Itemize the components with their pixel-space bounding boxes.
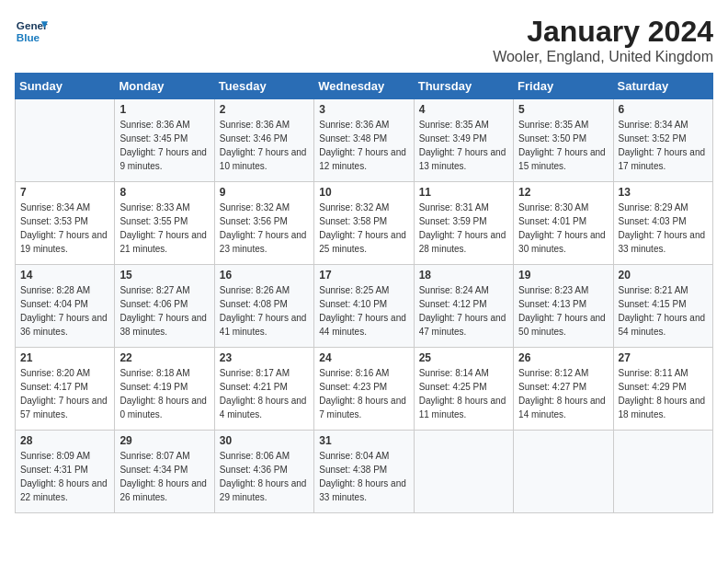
day-number: 14 <box>20 269 109 282</box>
calendar-header-row: SundayMondayTuesdayWednesdayThursdayFrid… <box>16 74 713 99</box>
cell-info: Sunrise: 8:33 AMSunset: 3:55 PMDaylight:… <box>119 201 209 256</box>
day-header-friday: Friday <box>514 74 613 99</box>
cell-info: Sunrise: 8:09 AMSunset: 4:31 PMDaylight:… <box>20 449 109 504</box>
calendar-cell: 21Sunrise: 8:20 AMSunset: 4:17 PMDayligh… <box>16 348 115 431</box>
day-number: 16 <box>220 269 309 282</box>
cell-info: Sunrise: 8:24 AMSunset: 4:12 PMDaylight:… <box>419 283 508 339</box>
cell-info: Sunrise: 8:14 AMSunset: 4:25 PMDaylight:… <box>419 366 508 421</box>
cell-info: Sunrise: 8:34 AMSunset: 3:53 PMDaylight:… <box>20 201 109 256</box>
cell-info: Sunrise: 8:23 AMSunset: 4:13 PMDaylight:… <box>518 283 608 339</box>
calendar-cell: 6Sunrise: 8:34 AMSunset: 3:52 PMDaylight… <box>613 99 712 182</box>
calendar-cell: 29Sunrise: 8:07 AMSunset: 4:34 PMDayligh… <box>115 431 214 513</box>
cell-info: Sunrise: 8:26 AMSunset: 4:08 PMDaylight:… <box>220 283 309 339</box>
cell-info: Sunrise: 8:20 AMSunset: 4:17 PMDaylight:… <box>20 366 109 421</box>
calendar-week-row: 7Sunrise: 8:34 AMSunset: 3:53 PMDaylight… <box>16 182 713 265</box>
day-number: 15 <box>119 269 209 282</box>
day-number: 2 <box>220 103 309 116</box>
day-header-thursday: Thursday <box>414 74 513 99</box>
calendar-cell: 5Sunrise: 8:35 AMSunset: 3:50 PMDaylight… <box>514 99 613 182</box>
svg-text:Blue: Blue <box>17 31 40 43</box>
cell-info: Sunrise: 8:29 AMSunset: 4:03 PMDaylight:… <box>619 201 708 256</box>
cell-info: Sunrise: 8:18 AMSunset: 4:19 PMDaylight:… <box>119 366 209 421</box>
calendar-cell: 15Sunrise: 8:27 AMSunset: 4:06 PMDayligh… <box>115 265 214 348</box>
day-number: 5 <box>518 103 608 116</box>
day-header-wednesday: Wednesday <box>314 74 414 99</box>
calendar-cell: 2Sunrise: 8:36 AMSunset: 3:46 PMDaylight… <box>214 99 313 182</box>
calendar-week-row: 1Sunrise: 8:36 AMSunset: 3:45 PMDaylight… <box>16 99 713 182</box>
day-number: 13 <box>619 186 708 199</box>
calendar-cell <box>613 431 712 513</box>
logo: General Blue <box>15 15 48 48</box>
day-number: 10 <box>319 186 408 199</box>
calendar-cell: 12Sunrise: 8:30 AMSunset: 4:01 PMDayligh… <box>514 182 613 265</box>
cell-info: Sunrise: 8:11 AMSunset: 4:29 PMDaylight:… <box>619 366 708 421</box>
calendar-body: 1Sunrise: 8:36 AMSunset: 3:45 PMDaylight… <box>16 99 713 513</box>
day-number: 1 <box>119 103 209 116</box>
calendar-cell: 23Sunrise: 8:17 AMSunset: 4:21 PMDayligh… <box>214 348 313 431</box>
calendar-cell: 7Sunrise: 8:34 AMSunset: 3:53 PMDaylight… <box>16 182 115 265</box>
calendar-cell: 1Sunrise: 8:36 AMSunset: 3:45 PMDaylight… <box>115 99 214 182</box>
title-block: January 2024 Wooler, England, United Kin… <box>493 15 713 65</box>
day-number: 7 <box>20 186 109 199</box>
day-number: 19 <box>518 269 608 282</box>
day-number: 12 <box>518 186 608 199</box>
day-header-sunday: Sunday <box>16 74 115 99</box>
cell-info: Sunrise: 8:31 AMSunset: 3:59 PMDaylight:… <box>419 201 508 256</box>
calendar-cell: 9Sunrise: 8:32 AMSunset: 3:56 PMDaylight… <box>214 182 313 265</box>
calendar-cell: 14Sunrise: 8:28 AMSunset: 4:04 PMDayligh… <box>16 265 115 348</box>
day-number: 28 <box>20 434 109 447</box>
calendar-cell <box>414 431 513 513</box>
calendar-cell: 16Sunrise: 8:26 AMSunset: 4:08 PMDayligh… <box>214 265 313 348</box>
day-number: 27 <box>619 351 708 364</box>
day-header-tuesday: Tuesday <box>214 74 313 99</box>
calendar-cell <box>16 99 115 182</box>
calendar-cell: 31Sunrise: 8:04 AMSunset: 4:38 PMDayligh… <box>314 431 414 513</box>
day-number: 20 <box>619 269 708 282</box>
day-number: 26 <box>518 351 608 364</box>
calendar-cell: 3Sunrise: 8:36 AMSunset: 3:48 PMDaylight… <box>314 99 414 182</box>
calendar-cell: 26Sunrise: 8:12 AMSunset: 4:27 PMDayligh… <box>514 348 613 431</box>
calendar-cell: 17Sunrise: 8:25 AMSunset: 4:10 PMDayligh… <box>314 265 414 348</box>
day-number: 25 <box>419 351 508 364</box>
cell-info: Sunrise: 8:12 AMSunset: 4:27 PMDaylight:… <box>518 366 608 421</box>
location: Wooler, England, United Kingdom <box>493 49 713 65</box>
cell-info: Sunrise: 8:35 AMSunset: 3:49 PMDaylight:… <box>419 118 508 173</box>
calendar-cell: 20Sunrise: 8:21 AMSunset: 4:15 PMDayligh… <box>613 265 712 348</box>
calendar-cell <box>514 431 613 513</box>
day-number: 30 <box>220 434 309 447</box>
cell-info: Sunrise: 8:30 AMSunset: 4:01 PMDaylight:… <box>518 201 608 256</box>
day-number: 3 <box>319 103 408 116</box>
cell-info: Sunrise: 8:16 AMSunset: 4:23 PMDaylight:… <box>319 366 408 421</box>
day-number: 21 <box>20 351 109 364</box>
calendar-cell: 30Sunrise: 8:06 AMSunset: 4:36 PMDayligh… <box>214 431 313 513</box>
day-header-monday: Monday <box>115 74 214 99</box>
cell-info: Sunrise: 8:35 AMSunset: 3:50 PMDaylight:… <box>518 118 608 173</box>
day-number: 29 <box>119 434 209 447</box>
svg-text:General: General <box>17 19 48 31</box>
calendar-cell: 25Sunrise: 8:14 AMSunset: 4:25 PMDayligh… <box>414 348 513 431</box>
cell-info: Sunrise: 8:17 AMSunset: 4:21 PMDaylight:… <box>220 366 309 421</box>
calendar-cell: 11Sunrise: 8:31 AMSunset: 3:59 PMDayligh… <box>414 182 513 265</box>
day-number: 9 <box>220 186 309 199</box>
cell-info: Sunrise: 8:36 AMSunset: 3:45 PMDaylight:… <box>119 118 209 173</box>
calendar-week-row: 14Sunrise: 8:28 AMSunset: 4:04 PMDayligh… <box>16 265 713 348</box>
calendar-week-row: 21Sunrise: 8:20 AMSunset: 4:17 PMDayligh… <box>16 348 713 431</box>
day-number: 8 <box>119 186 209 199</box>
day-number: 24 <box>319 351 408 364</box>
day-number: 31 <box>319 434 408 447</box>
calendar-cell: 22Sunrise: 8:18 AMSunset: 4:19 PMDayligh… <box>115 348 214 431</box>
month-title: January 2024 <box>493 15 713 49</box>
day-number: 23 <box>220 351 309 364</box>
cell-info: Sunrise: 8:07 AMSunset: 4:34 PMDaylight:… <box>119 449 209 504</box>
day-number: 17 <box>319 269 408 282</box>
cell-info: Sunrise: 8:34 AMSunset: 3:52 PMDaylight:… <box>619 118 708 173</box>
cell-info: Sunrise: 8:06 AMSunset: 4:36 PMDaylight:… <box>220 449 309 504</box>
day-number: 6 <box>619 103 708 116</box>
calendar-week-row: 28Sunrise: 8:09 AMSunset: 4:31 PMDayligh… <box>16 431 713 513</box>
cell-info: Sunrise: 8:28 AMSunset: 4:04 PMDaylight:… <box>20 283 109 339</box>
calendar-cell: 8Sunrise: 8:33 AMSunset: 3:55 PMDaylight… <box>115 182 214 265</box>
calendar-cell: 13Sunrise: 8:29 AMSunset: 4:03 PMDayligh… <box>613 182 712 265</box>
cell-info: Sunrise: 8:25 AMSunset: 4:10 PMDaylight:… <box>319 283 408 339</box>
calendar-cell: 28Sunrise: 8:09 AMSunset: 4:31 PMDayligh… <box>16 431 115 513</box>
cell-info: Sunrise: 8:27 AMSunset: 4:06 PMDaylight:… <box>119 283 209 339</box>
